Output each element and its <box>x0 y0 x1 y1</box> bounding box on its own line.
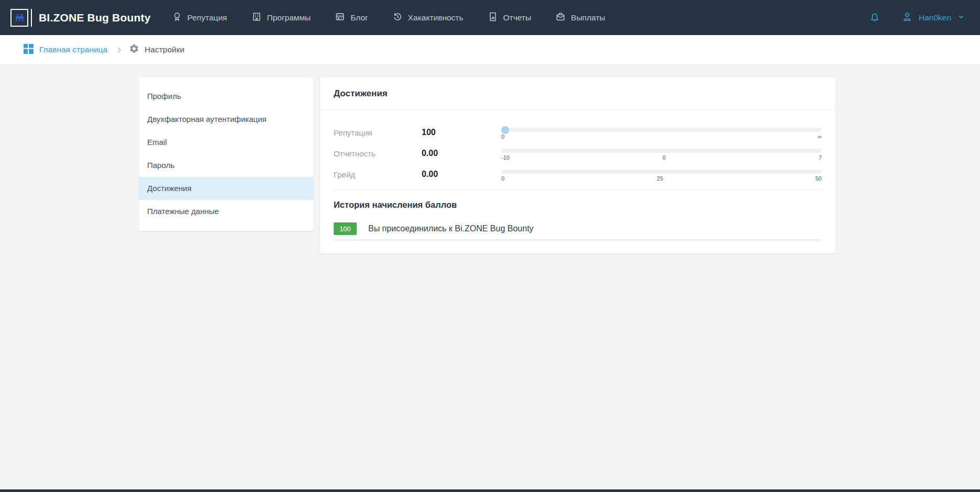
card-title: Достижения <box>320 77 835 110</box>
main-nav: Репутация Программы Блог <box>172 12 605 24</box>
nav-item-reputation[interactable]: Репутация <box>172 12 227 24</box>
stat-label: Отчетность <box>334 147 422 161</box>
history-icon <box>392 12 403 24</box>
slider-track[interactable] <box>501 128 822 132</box>
scale-min: -10 <box>501 154 510 161</box>
nav-label: Отчеты <box>503 13 532 23</box>
medal-icon <box>172 12 182 24</box>
user-menu[interactable]: Han0ken <box>901 11 965 25</box>
grade-slider: 0 25 50 <box>501 167 822 182</box>
breadcrumb-home-link[interactable]: Главная страница <box>24 44 107 56</box>
user-icon <box>901 11 913 25</box>
scale-min: 0 <box>501 133 504 140</box>
report-icon <box>488 12 498 24</box>
navbar-right: Han0ken <box>869 11 965 25</box>
slider-scale: -10 0 7 <box>501 154 822 161</box>
sidebar-item-email[interactable]: Email <box>139 131 313 154</box>
nav-item-programs[interactable]: Программы <box>251 12 311 24</box>
history-text: Вы присоединились к Bi.ZONE Bug Bounty <box>368 224 534 233</box>
history-row: 100 Вы присоединились к Bi.ZONE Bug Boun… <box>334 222 822 240</box>
reputation-slider: 0 ∞ <box>501 126 822 140</box>
blog-icon <box>335 12 345 24</box>
stat-value: 0.00 <box>422 147 501 161</box>
scale-max: 7 <box>819 154 822 161</box>
nav-item-reports[interactable]: Отчеты <box>488 12 532 24</box>
stat-row-grade: Грейд 0.00 0 25 50 <box>334 167 822 182</box>
sidebar-item-achievements[interactable]: Достижения <box>139 177 313 200</box>
points-history-section: История начисления баллов 100 Вы присоед… <box>320 191 835 253</box>
top-navbar: BI.ZONE Bug Bounty Репутация Программы <box>0 0 980 35</box>
scale-min: 0 <box>501 175 504 182</box>
nav-item-hacktivity[interactable]: Хакактивность <box>392 12 464 24</box>
settings-sidebar: Профиль Двухфакторная аутентификация Ema… <box>139 77 313 231</box>
footer-strip <box>0 489 980 492</box>
slider-track[interactable] <box>501 170 822 174</box>
scale-max: 50 <box>816 175 822 182</box>
reporting-slider: -10 0 7 <box>501 147 822 161</box>
stats-section: Репутация 100 0 ∞ Отчетность 0.00 <box>320 110 835 182</box>
slider-scale: 0 25 50 <box>501 175 822 182</box>
stat-value: 100 <box>422 126 501 140</box>
dashboard-grid-icon <box>24 44 34 56</box>
brand-logo[interactable]: BI.ZONE Bug Bounty <box>10 9 151 27</box>
sidebar-item-password[interactable]: Пароль <box>139 154 313 177</box>
breadcrumb: Главная страница Настройки <box>0 35 980 65</box>
stat-row-reporting: Отчетность 0.00 -10 0 7 <box>334 147 822 161</box>
nav-label: Хакактивность <box>408 13 464 23</box>
logo-divider <box>31 9 32 27</box>
sidebar-item-2fa[interactable]: Двухфакторная аутентификация <box>139 108 313 131</box>
page-content: Профиль Двухфакторная аутентификация Ema… <box>0 65 980 253</box>
nav-label: Репутация <box>188 13 227 23</box>
sidebar-item-payment-details[interactable]: Платежные данные <box>139 200 313 223</box>
notifications-bell-icon[interactable] <box>869 12 880 24</box>
bizone-bug-icon <box>10 9 28 27</box>
slider-track[interactable] <box>501 149 822 153</box>
scale-max: ∞ <box>818 133 822 140</box>
history-title: История начисления баллов <box>334 200 822 210</box>
stat-label: Грейд <box>334 167 422 182</box>
nav-label: Блог <box>350 13 368 23</box>
breadcrumb-current: Настройки <box>129 43 184 56</box>
building-icon <box>251 12 262 24</box>
scale-mid: 0 <box>663 154 666 161</box>
nav-item-payouts[interactable]: Выплаты <box>555 12 605 24</box>
slider-scale: 0 ∞ <box>501 133 822 140</box>
nav-item-blog[interactable]: Блог <box>335 12 368 24</box>
stat-label: Репутация <box>334 126 422 140</box>
nav-label: Выплаты <box>571 13 605 23</box>
points-badge: 100 <box>334 222 357 235</box>
stat-row-reputation: Репутация 100 0 ∞ <box>334 126 822 140</box>
nav-label: Программы <box>267 13 311 23</box>
user-name: Han0ken <box>919 13 951 23</box>
gear-icon <box>129 43 139 56</box>
payout-icon <box>555 12 566 24</box>
sidebar-item-profile[interactable]: Профиль <box>139 85 313 108</box>
brand-title: BI.ZONE Bug Bounty <box>39 12 151 24</box>
stat-value: 0.00 <box>422 167 501 182</box>
achievements-card: Достижения Репутация 100 0 ∞ <box>320 77 835 253</box>
breadcrumb-home-label: Главная страница <box>39 45 107 54</box>
breadcrumb-separator-icon <box>116 47 121 52</box>
chevron-down-icon <box>957 13 965 23</box>
breadcrumb-current-label: Настройки <box>145 45 184 54</box>
slider-handle[interactable] <box>501 126 509 134</box>
scale-mid: 25 <box>657 175 663 182</box>
